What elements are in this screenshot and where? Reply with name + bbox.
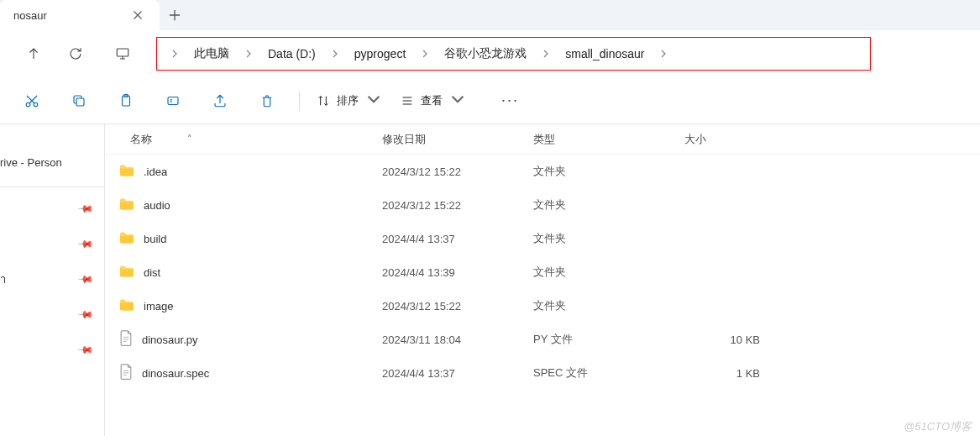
sort-indicator-icon: ˄ [187,134,192,144]
breadcrumb[interactable]: 此电脑 Data (D:) pyprogect 谷歌小恐龙游戏 small_di… [156,37,871,71]
file-date: 2024/4/4 13:37 [374,367,525,380]
file-type: 文件夹 [525,197,676,213]
file-type: 文件夹 [525,231,676,246]
file-row[interactable]: build2024/4/4 13:37文件夹 [105,222,980,255]
breadcrumb-item[interactable]: 此电脑 [186,43,238,65]
file-date: 2024/3/11 18:04 [374,334,525,346]
file-name: dinosaur.py [142,334,198,346]
chevron-down-icon [451,92,464,108]
pin-icon: 📌 [77,271,95,288]
cut-icon[interactable] [13,86,50,116]
breadcrumb-item[interactable]: Data (D:) [259,44,324,64]
file-date: 2024/4/4 13:37 [374,233,525,245]
file-name: dinosaur.spec [142,367,209,380]
file-type: SPEC 文件 [525,365,676,381]
file-row[interactable]: dinosaur.py2024/3/11 18:04PY 文件10 KB [105,323,980,356]
chevron-down-icon [367,92,380,108]
tab-bar: nosaur [0,0,980,30]
chevron-right-icon[interactable] [324,50,346,58]
pin-icon: 📌 [77,235,95,253]
file-icon [118,330,134,349]
header-name-label: 名称 [130,132,152,147]
nav-bar: 此电脑 Data (D:) pyprogect 谷歌小恐龙游戏 small_di… [0,30,980,77]
column-headers: 名称 ˄ 修改日期 类型 大小 [105,124,980,155]
rename-icon[interactable] [155,86,191,116]
breadcrumb-item[interactable]: pyprogect [346,44,414,64]
svg-rect-6 [168,97,178,104]
column-header-name[interactable]: 名称 ˄ [105,132,374,147]
paste-icon[interactable] [107,86,144,116]
refresh-icon[interactable] [59,37,92,71]
share-icon[interactable] [202,86,238,116]
view-button[interactable]: 查看 [390,86,474,116]
column-header-size[interactable]: 大小 [676,132,777,147]
chevron-right-icon[interactable] [164,50,186,58]
file-row[interactable]: .idea2024/3/12 15:22文件夹 [105,155,980,188]
watermark: @51CTO博客 [904,419,972,434]
file-row[interactable]: audio2024/3/12 15:22文件夹 [105,188,980,222]
breadcrumb-item[interactable]: 谷歌小恐龙游戏 [436,43,535,65]
view-label: 查看 [421,93,443,108]
file-list: 名称 ˄ 修改日期 类型 大小 .idea2024/3/12 15:22文件夹a… [105,124,980,436]
folder-icon [118,197,135,213]
folder-icon [118,231,135,247]
file-name: build [144,233,166,245]
chevron-right-icon[interactable] [238,50,259,58]
sidebar-item-pinned[interactable]: 📌 [0,297,104,332]
file-row[interactable]: dist2024/4/4 13:39文件夹 [105,255,980,289]
monitor-icon[interactable] [106,37,139,71]
more-button[interactable]: ··· [491,86,529,116]
sidebar-item-pinned[interactable]: า📌 [0,261,104,297]
file-name: image [144,300,173,313]
active-tab[interactable]: nosaur [0,0,160,30]
file-type: 文件夹 [525,298,676,313]
file-name: dist [144,266,160,279]
close-icon[interactable] [126,3,149,27]
sidebar-item-pinned[interactable]: 📌 [0,191,104,226]
column-header-type[interactable]: 类型 [525,132,676,147]
file-name: .idea [144,165,167,178]
file-size: 10 KB [676,334,777,346]
file-size: 1 KB [676,367,777,380]
file-row[interactable]: dinosaur.spec2024/4/4 13:37SPEC 文件1 KB [105,356,980,390]
folder-icon [118,265,135,281]
sidebar-drive-label: rive - Person [0,156,92,169]
content-area: rive - Person 📌 📌 า📌 📌 📌 名称 ˄ 修改日期 类型 大小… [0,124,980,436]
chevron-right-icon[interactable] [535,50,557,58]
separator [0,186,104,187]
sidebar-item-pinned[interactable]: 📌 [0,226,104,261]
chevron-right-icon[interactable] [652,50,674,58]
up-icon[interactable] [17,37,50,71]
pin-icon: 📌 [77,341,95,359]
pin-icon: 📌 [77,200,95,218]
breadcrumb-item[interactable]: small_dinosaur [557,44,652,64]
svg-rect-3 [76,98,84,106]
file-date: 2024/4/4 13:39 [374,266,525,279]
toolbar: 排序 查看 ··· [0,77,980,124]
chevron-right-icon[interactable] [414,50,436,58]
file-date: 2024/3/12 15:22 [374,199,525,212]
file-date: 2024/3/12 15:22 [374,165,525,178]
sidebar: rive - Person 📌 📌 า📌 📌 📌 [0,124,105,436]
delete-icon[interactable] [249,86,286,116]
file-row[interactable]: image2024/3/12 15:22文件夹 [105,289,980,323]
folder-icon [118,164,135,180]
file-type: 文件夹 [525,265,676,280]
separator [299,91,300,111]
pin-icon: 📌 [77,306,95,323]
new-tab-button[interactable] [160,0,190,30]
svg-rect-0 [117,49,128,56]
sort-button[interactable]: 排序 [307,86,390,116]
copy-icon[interactable] [60,86,97,116]
sidebar-item-drive[interactable]: rive - Person [0,144,104,180]
file-name: audio [144,199,170,212]
file-type: 文件夹 [525,164,676,179]
file-icon [118,364,134,383]
file-type: PY 文件 [525,332,676,347]
column-header-date[interactable]: 修改日期 [374,132,525,147]
file-date: 2024/3/12 15:22 [374,300,525,313]
folder-icon [118,298,135,314]
tab-title: nosaur [13,9,126,22]
sort-label: 排序 [337,93,359,108]
sidebar-item-pinned[interactable]: 📌 [0,332,104,367]
